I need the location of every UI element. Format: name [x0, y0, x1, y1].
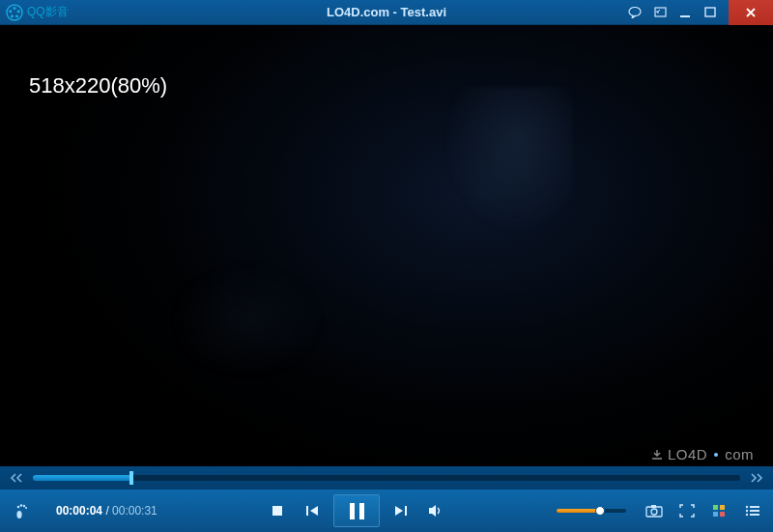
- resolution-overlay: 518x220(80%): [29, 73, 167, 98]
- svg-rect-9: [705, 8, 715, 16]
- svg-rect-24: [720, 512, 725, 517]
- close-icon: [745, 7, 757, 18]
- speech-bubble-icon: [628, 7, 642, 18]
- svg-point-5: [9, 10, 12, 13]
- control-bar: 00:00:04 / 00:00:31: [0, 490, 773, 532]
- volume-slider[interactable]: [557, 509, 626, 513]
- transport-controls: [264, 494, 449, 527]
- stop-button[interactable]: [264, 497, 291, 524]
- next-button[interactable]: [387, 497, 415, 524]
- svg-rect-21: [713, 505, 718, 510]
- resize-icon: [654, 7, 667, 17]
- svg-point-25: [746, 506, 748, 508]
- svg-rect-20: [651, 505, 656, 508]
- minimize-icon: [679, 7, 691, 18]
- minimize-button[interactable]: [673, 0, 698, 25]
- svg-point-29: [746, 514, 748, 516]
- svg-point-6: [629, 7, 641, 15]
- camera-icon: [645, 504, 663, 518]
- svg-point-19: [651, 509, 657, 515]
- playlist-button[interactable]: [742, 500, 763, 521]
- mute-button[interactable]: [422, 497, 449, 524]
- snapshot-button[interactable]: [644, 500, 665, 521]
- seek-bar: [0, 466, 773, 490]
- volume-icon: [427, 503, 444, 518]
- time-total: 00:00:31: [112, 504, 157, 518]
- pause-icon: [350, 503, 364, 519]
- svg-point-2: [17, 10, 20, 13]
- footprint-button[interactable]: [10, 497, 37, 524]
- app-logo[interactable]: QQ影音: [6, 4, 69, 21]
- dot-icon: [714, 453, 718, 457]
- svg-point-12: [20, 504, 23, 507]
- svg-rect-26: [750, 506, 759, 508]
- app-name: QQ影音: [27, 4, 69, 20]
- volume-knob[interactable]: [595, 506, 605, 516]
- film-reel-icon: [6, 4, 23, 21]
- document-title: LO4D.com - Test.avi: [327, 5, 446, 19]
- time-display: 00:00:04 / 00:00:31: [56, 504, 157, 518]
- stop-icon: [271, 504, 284, 518]
- svg-point-4: [11, 14, 14, 17]
- double-chevron-left-icon: [10, 473, 23, 483]
- skip-previous-icon: [304, 504, 320, 518]
- svg-rect-8: [680, 15, 690, 17]
- skip-next-icon: [393, 504, 409, 518]
- grid-icon: [712, 504, 728, 518]
- footprint-icon: [14, 501, 32, 520]
- titlebar: QQ影音 LO4D.com - Test.avi: [0, 0, 773, 25]
- window-controls: [622, 0, 773, 24]
- maximize-icon: [704, 7, 716, 17]
- watermark-text: com: [725, 446, 754, 462]
- svg-rect-22: [720, 505, 725, 510]
- fullscreen-icon: [679, 504, 695, 518]
- extra-controls: [644, 500, 763, 521]
- close-button[interactable]: [729, 0, 773, 25]
- volume-control: [557, 509, 626, 513]
- maximize-button[interactable]: [698, 0, 723, 25]
- svg-point-14: [25, 507, 27, 509]
- watermark: LO4D com: [650, 446, 754, 462]
- svg-point-1: [13, 6, 15, 9]
- rewind-button[interactable]: [10, 473, 23, 483]
- previous-button[interactable]: [299, 497, 326, 524]
- seek-progress: [33, 475, 131, 481]
- svg-point-13: [23, 505, 25, 507]
- time-separator: /: [102, 504, 112, 518]
- svg-point-11: [17, 506, 20, 509]
- fullscreen-button[interactable]: [676, 500, 698, 521]
- svg-point-27: [746, 510, 748, 512]
- video-viewport[interactable]: 518x220(80%) LO4D com: [0, 25, 773, 466]
- volume-fill: [557, 509, 600, 513]
- video-frame-highlight: [170, 263, 325, 378]
- svg-rect-17: [405, 506, 407, 516]
- compact-mode-button[interactable]: [647, 0, 673, 25]
- svg-point-10: [16, 511, 21, 518]
- app-window: QQ影音 LO4D.com - Test.avi: [0, 0, 773, 532]
- play-pause-button[interactable]: [333, 494, 380, 527]
- svg-rect-16: [306, 506, 308, 516]
- watermark-text: LO4D: [668, 446, 707, 462]
- video-frame-highlight: [437, 87, 572, 241]
- seek-knob[interactable]: [129, 471, 133, 485]
- seek-track[interactable]: [33, 475, 740, 481]
- double-chevron-right-icon: [750, 473, 763, 483]
- list-icon: [745, 505, 760, 517]
- download-icon: [650, 448, 664, 462]
- svg-rect-23: [713, 512, 718, 517]
- svg-rect-30: [750, 514, 759, 516]
- forward-button[interactable]: [750, 473, 763, 483]
- toolbox-button[interactable]: [709, 500, 730, 521]
- svg-rect-28: [750, 510, 759, 512]
- svg-point-3: [15, 14, 18, 17]
- time-elapsed: 00:00:04: [56, 504, 102, 518]
- comment-button[interactable]: [622, 0, 647, 25]
- svg-rect-15: [272, 506, 282, 516]
